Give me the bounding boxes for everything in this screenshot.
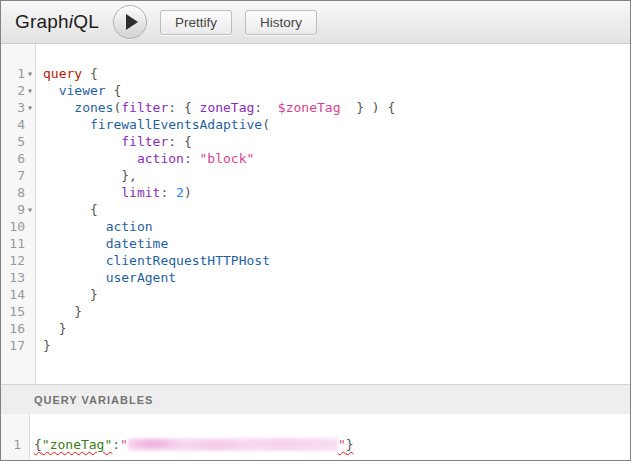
graphiql-window: GraphiQL Prettify History 1▾query {2▾ vi… xyxy=(0,0,631,461)
code-token: } xyxy=(43,338,51,353)
code-line[interactable]: 2▾ viewer { xyxy=(1,82,630,99)
query-editor[interactable]: 1▾query {2▾ viewer {3▾ zones(filter: { z… xyxy=(1,44,630,384)
code-token: } xyxy=(346,437,354,452)
code-token xyxy=(43,287,90,302)
code-token xyxy=(43,219,106,234)
code-line[interactable]: 1{"zoneTag":""} xyxy=(1,436,630,453)
code-line[interactable]: 16 } xyxy=(1,320,630,337)
code-text[interactable]: clientRequestHTTPHost xyxy=(35,252,270,269)
code-token: : xyxy=(184,151,200,166)
code-token: " xyxy=(120,437,128,452)
code-text[interactable]: firewallEventsAdaptive( xyxy=(35,116,270,133)
code-text[interactable]: limit: 2) xyxy=(35,184,192,201)
code-line[interactable]: 12 clientRequestHTTPHost xyxy=(1,252,630,269)
fold-arrow-icon[interactable]: ▾ xyxy=(25,99,35,116)
code-text[interactable]: userAgent xyxy=(35,269,176,286)
code-token: limit xyxy=(121,185,160,200)
variables-editor[interactable]: 1{"zoneTag":""} xyxy=(1,414,630,460)
code-token: } xyxy=(90,287,98,302)
code-line[interactable]: 10 action xyxy=(1,218,630,235)
toolbar: GraphiQL Prettify History xyxy=(1,1,630,44)
code-text[interactable]: } xyxy=(35,320,66,337)
code-token: : xyxy=(160,185,176,200)
code-token xyxy=(43,321,59,336)
execute-button[interactable] xyxy=(113,5,147,39)
code-line[interactable]: 6 action: "block" xyxy=(1,150,630,167)
code-line[interactable]: 1▾query { xyxy=(1,65,630,82)
line-number: 2 xyxy=(1,82,25,99)
code-token xyxy=(43,270,106,285)
code-text[interactable]: { xyxy=(35,201,98,218)
query-code-lines: 1▾query {2▾ viewer {3▾ zones(filter: { z… xyxy=(1,44,630,354)
line-number: 5 xyxy=(1,133,25,150)
code-text[interactable]: } xyxy=(35,337,51,354)
code-token xyxy=(43,134,121,149)
code-token xyxy=(340,100,356,115)
code-line[interactable]: 9▾ { xyxy=(1,201,630,218)
fold-spacer xyxy=(25,337,35,354)
code-token: ) xyxy=(184,185,192,200)
fold-spacer xyxy=(25,184,35,201)
code-token: { xyxy=(82,66,98,81)
code-line[interactable]: 5 filter: { xyxy=(1,133,630,150)
fold-spacer xyxy=(25,252,35,269)
history-button[interactable]: History xyxy=(245,10,317,35)
app-title-graph: Graph xyxy=(15,11,69,32)
code-line[interactable]: 13 userAgent xyxy=(1,269,630,286)
prettify-button[interactable]: Prettify xyxy=(160,10,232,35)
code-token: : { xyxy=(168,134,191,149)
code-line[interactable]: 17} xyxy=(1,337,630,354)
code-text[interactable]: } xyxy=(35,303,82,320)
query-variables-header[interactable]: QUERY VARIABLES xyxy=(1,384,630,414)
fold-spacer xyxy=(25,235,35,252)
code-token: 2 xyxy=(176,185,184,200)
code-text[interactable]: zones(filter: { zoneTag: $zoneTag } ) { xyxy=(35,99,395,116)
code-token xyxy=(43,151,137,166)
line-number: 16 xyxy=(1,320,25,337)
line-number: 8 xyxy=(1,184,25,201)
app-title: GraphiQL xyxy=(15,11,99,33)
code-token: { xyxy=(34,437,42,452)
code-line[interactable]: 8 limit: 2) xyxy=(1,184,630,201)
code-line[interactable]: 14 } xyxy=(1,286,630,303)
code-token xyxy=(43,83,59,98)
line-number: 13 xyxy=(1,269,25,286)
code-text[interactable]: {"zoneTag":""} xyxy=(21,436,354,453)
code-token: action xyxy=(106,219,153,234)
line-number: 17 xyxy=(1,337,25,354)
fold-arrow-icon[interactable]: ▾ xyxy=(25,82,35,99)
code-token: } xyxy=(74,304,82,319)
code-text[interactable]: } xyxy=(35,286,98,303)
play-icon xyxy=(126,14,138,30)
code-line[interactable]: 4 firewallEventsAdaptive( xyxy=(1,116,630,133)
code-text[interactable]: filter: { xyxy=(35,133,192,150)
code-line[interactable]: 7 }, xyxy=(1,167,630,184)
code-text[interactable]: query { xyxy=(35,65,98,82)
code-text[interactable]: action: "block" xyxy=(35,150,254,167)
code-token: { xyxy=(106,83,122,98)
code-token xyxy=(43,100,74,115)
fold-spacer xyxy=(25,167,35,184)
code-line[interactable]: 3▾ zones(filter: { zoneTag: $zoneTag } )… xyxy=(1,99,630,116)
code-token: userAgent xyxy=(106,270,176,285)
code-line[interactable]: 15 } xyxy=(1,303,630,320)
code-text[interactable]: viewer { xyxy=(35,82,121,99)
code-token: } xyxy=(59,321,67,336)
code-token: filter xyxy=(121,134,168,149)
code-text[interactable]: datetime xyxy=(35,235,168,252)
app-title-ql: QL xyxy=(73,11,99,32)
line-number: 3 xyxy=(1,99,25,116)
code-token xyxy=(43,304,74,319)
code-token: query xyxy=(43,66,82,81)
code-token xyxy=(43,185,121,200)
code-token: " xyxy=(338,437,346,452)
code-token: : xyxy=(254,100,262,115)
fold-arrow-icon[interactable]: ▾ xyxy=(25,65,35,82)
code-line[interactable]: 11 datetime xyxy=(1,235,630,252)
code-text[interactable]: action xyxy=(35,218,153,235)
code-text[interactable]: }, xyxy=(35,167,137,184)
code-token xyxy=(262,100,278,115)
line-number: 15 xyxy=(1,303,25,320)
redacted-zone-tag-value xyxy=(128,438,338,451)
fold-arrow-icon[interactable]: ▾ xyxy=(25,201,35,218)
